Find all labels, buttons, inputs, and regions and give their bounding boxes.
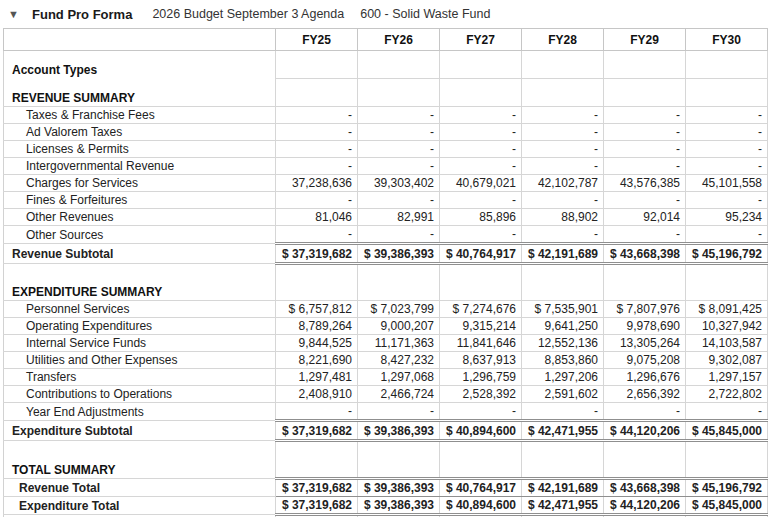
table-row: Personnel Services$ 6,757,812$ 7,023,799…	[4, 301, 768, 318]
cell-value: 9,000,207	[358, 318, 440, 335]
cell-value: -	[522, 403, 604, 421]
cell-value: $ 44,120,206	[604, 421, 686, 441]
cell-value: 85,896	[440, 209, 522, 226]
table-row: Licenses & Permits------	[4, 141, 768, 158]
cell-value: -	[440, 403, 522, 421]
cell-value: $ 6,757,812	[276, 301, 358, 318]
cell-value: -	[440, 192, 522, 209]
row-label: Utilities and Other Expenses	[4, 352, 276, 369]
cell-value	[522, 90, 604, 107]
cell-value: -	[440, 107, 522, 124]
cell-value	[276, 284, 358, 301]
cell-value: $ 40,894,600	[440, 497, 522, 515]
table-row: Other Revenues81,04682,99185,89688,90292…	[4, 209, 768, 226]
cell-value: -	[358, 226, 440, 244]
collapse-triangle-icon[interactable]: ▼	[8, 9, 24, 20]
table-row: Other Sources------	[4, 226, 768, 244]
cell-value: $ 45,196,792	[686, 244, 768, 264]
table-row: Revenue Total$ 37,319,682$ 39,386,393$ 4…	[4, 479, 768, 497]
cell-value: -	[276, 226, 358, 244]
row-label: Charges for Services	[4, 175, 276, 192]
cell-value	[276, 79, 358, 91]
column-header-fy28: FY28	[522, 29, 604, 51]
column-header-fy30: FY30	[686, 29, 768, 51]
cell-value: 8,637,913	[440, 352, 522, 369]
table-row: Taxes & Franchise Fees------	[4, 107, 768, 124]
cell-value: $ 42,191,689	[522, 244, 604, 264]
cell-value: 39,303,402	[358, 175, 440, 192]
cell-value	[440, 62, 522, 79]
table-row	[4, 51, 768, 63]
fund-table-body: Account TypesREVENUE SUMMARYTaxes & Fran…	[4, 51, 768, 517]
cell-value: -	[276, 403, 358, 421]
table-row: EXPENDITURE SUMMARY	[4, 284, 768, 301]
cell-value: -	[686, 107, 768, 124]
cell-value: $ 37,319,682	[276, 244, 358, 264]
cell-value: $ 7,023,799	[358, 301, 440, 318]
cell-value	[686, 264, 768, 285]
cell-value: -	[686, 158, 768, 175]
cell-value	[686, 90, 768, 107]
row-label	[4, 441, 276, 462]
cell-value	[604, 90, 686, 107]
cell-value	[358, 441, 440, 462]
table-row: Intergovernmental Revenue------	[4, 158, 768, 175]
cell-value: 1,297,481	[276, 369, 358, 386]
cell-value: -	[440, 141, 522, 158]
cell-value: $ 45,196,792	[686, 479, 768, 497]
cell-value: -	[358, 107, 440, 124]
row-label: Other Sources	[4, 226, 276, 244]
fund-context-label: 600 - Solid Waste Fund	[360, 7, 490, 21]
cell-value	[522, 51, 604, 63]
table-row: Charges for Services37,238,63639,303,402…	[4, 175, 768, 192]
cell-value	[604, 62, 686, 79]
table-row	[4, 441, 768, 462]
cell-value: 8,789,264	[276, 318, 358, 335]
cell-value: 43,576,385	[604, 175, 686, 192]
page-title: Fund Pro Forma	[32, 7, 132, 22]
cell-value: 81,046	[276, 209, 358, 226]
table-row: Account Types	[4, 62, 768, 79]
row-label: Ad Valorem Taxes	[4, 124, 276, 141]
cell-value: -	[440, 226, 522, 244]
table-row: Utilities and Other Expenses8,221,6908,4…	[4, 352, 768, 369]
cell-value: $ 40,894,600	[440, 421, 522, 441]
cell-value: -	[522, 107, 604, 124]
row-label: Licenses & Permits	[4, 141, 276, 158]
cell-value	[604, 284, 686, 301]
cell-value: -	[358, 403, 440, 421]
cell-value: 9,641,250	[522, 318, 604, 335]
row-label	[4, 264, 276, 285]
table-row: Expenditure Total$ 37,319,682$ 39,386,39…	[4, 497, 768, 515]
cell-value	[686, 62, 768, 79]
cell-value	[522, 62, 604, 79]
cell-value: -	[686, 124, 768, 141]
cell-value: 9,315,214	[440, 318, 522, 335]
cell-value: 12,552,136	[522, 335, 604, 352]
cell-value	[440, 264, 522, 285]
cell-value: -	[358, 158, 440, 175]
cell-value: $ 39,386,393	[358, 479, 440, 497]
cell-value: -	[604, 141, 686, 158]
row-label: REVENUE SUMMARY	[4, 90, 276, 107]
cell-value	[604, 461, 686, 479]
cell-value: -	[686, 192, 768, 209]
row-label: Taxes & Franchise Fees	[4, 107, 276, 124]
cell-value: 1,297,157	[686, 369, 768, 386]
table-row: Contributions to Operations2,408,9102,46…	[4, 386, 768, 403]
row-label: Revenue Total	[4, 479, 276, 497]
cell-value	[522, 264, 604, 285]
cell-value: $ 42,471,955	[522, 421, 604, 441]
cell-value: 82,991	[358, 209, 440, 226]
column-header-fy26: FY26	[358, 29, 440, 51]
table-row: REVENUE SUMMARY	[4, 90, 768, 107]
row-label	[4, 79, 276, 91]
cell-value: 2,528,392	[440, 386, 522, 403]
cell-value: 8,221,690	[276, 352, 358, 369]
cell-value: -	[604, 192, 686, 209]
cell-value: 40,679,021	[440, 175, 522, 192]
cell-value: -	[358, 124, 440, 141]
cell-value	[276, 441, 358, 462]
table-row	[4, 264, 768, 285]
cell-value: -	[358, 192, 440, 209]
